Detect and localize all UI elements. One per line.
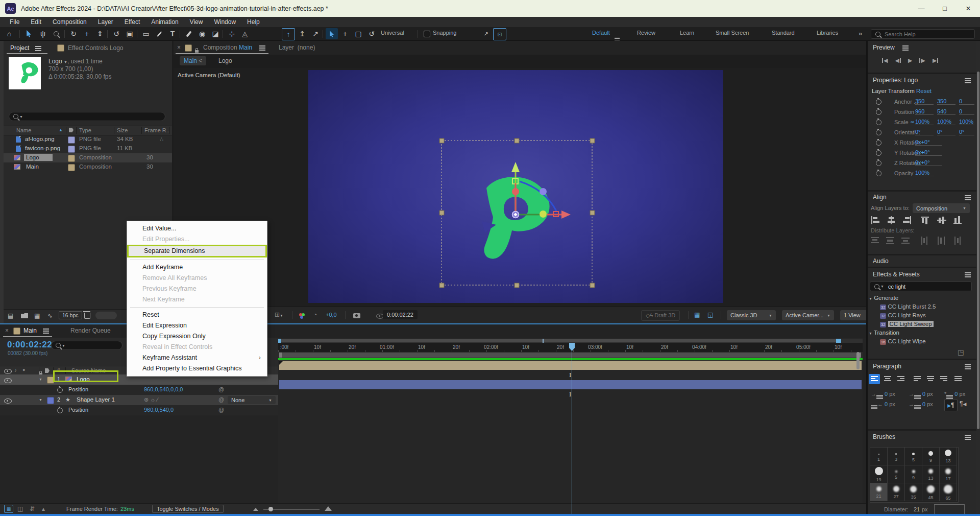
brush-preset[interactable]: 9 xyxy=(922,448,940,465)
align-text-center-button[interactable] xyxy=(882,374,893,384)
menu-animation[interactable]: Animation xyxy=(145,18,184,26)
gizmo-mode-label[interactable]: Universal xyxy=(381,30,404,36)
brush-tool-icon[interactable] xyxy=(183,28,195,39)
layer-label-swatch[interactable] xyxy=(47,397,54,404)
workspace-standard[interactable]: Standard xyxy=(772,30,795,36)
workspace-default[interactable]: Default xyxy=(592,30,610,36)
menu-item-keyframe-assistant[interactable]: Keyframe Assistant› xyxy=(127,353,267,363)
stopwatch-icon[interactable] xyxy=(876,171,881,176)
brush-preset[interactable]: 19 xyxy=(870,465,888,483)
distribute-center-vertical-icon[interactable] xyxy=(886,237,896,245)
hand-tool-icon[interactable]: ψ xyxy=(37,28,49,39)
comp-viewer[interactable]: Active Camera (Default) xyxy=(174,68,866,307)
align-text-left-button[interactable] xyxy=(869,374,880,384)
maximize-button[interactable]: □ xyxy=(933,0,957,17)
pick-whip-icon[interactable]: @ xyxy=(218,396,224,403)
align-right-icon[interactable] xyxy=(901,216,912,224)
table-row[interactable]: Main Composition 30 xyxy=(4,162,172,172)
preview-title[interactable]: Preview xyxy=(873,44,895,51)
pen-tool-icon[interactable] xyxy=(153,28,165,39)
comp-tab-close-icon[interactable]: × xyxy=(177,44,181,51)
gizmo-scale-icon[interactable]: ▢ xyxy=(352,28,364,39)
layer-expand-icon[interactable]: ▼ xyxy=(39,378,42,381)
effects-group-generate[interactable]: ▼ Generate xyxy=(869,295,898,301)
menu-item-edit-expression[interactable]: Edit Expression xyxy=(127,320,267,331)
gizmo-rotation-icon[interactable]: ↺ xyxy=(365,28,378,39)
exposure-value[interactable]: +0,0 xyxy=(326,312,337,318)
view-axis-mode-icon[interactable]: ↗ xyxy=(309,28,322,39)
comp-panel-menu-icon[interactable] xyxy=(259,45,265,46)
work-area-start-handle[interactable] xyxy=(279,353,282,358)
stopwatch-icon[interactable] xyxy=(57,408,63,413)
menu-edit[interactable]: Edit xyxy=(25,18,47,26)
label-swatch[interactable] xyxy=(68,164,75,171)
property-value[interactable]: 0x+0° xyxy=(915,149,942,156)
workspace-overflow-icon[interactable]: » xyxy=(859,30,862,37)
rectangle-tool-icon[interactable]: ▭ xyxy=(140,28,152,39)
menu-item-reset[interactable]: Reset xyxy=(127,310,267,320)
layer-name[interactable]: Shape Layer 1 xyxy=(77,396,115,403)
label-swatch[interactable] xyxy=(68,146,75,153)
clone-stamp-tool-icon[interactable]: ◉ xyxy=(196,28,208,39)
ground-plane-icon[interactable]: ▦ xyxy=(694,311,700,318)
local-axis-mode-icon[interactable]: ↑ xyxy=(282,28,295,40)
property-value[interactable]: 100% xyxy=(915,170,934,176)
snap-options-icon[interactable]: ↗ xyxy=(480,28,492,39)
property-value[interactable]: 0° xyxy=(937,129,955,135)
menu-item-add-property-essential-graphics[interactable]: Add Property to Essential Graphics xyxy=(127,363,267,374)
indent-left-field[interactable]: → 0 px xyxy=(871,391,895,397)
previous-frame-button[interactable]: ◀ xyxy=(895,57,900,64)
camera-tool-icon[interactable]: ▣ xyxy=(124,28,136,39)
tab-composition[interactable]: Composition Main xyxy=(203,44,252,51)
property-value[interactable]: 350 xyxy=(915,98,934,105)
align-to-dropdown[interactable]: Composition▼ xyxy=(913,203,970,213)
property-value[interactable]: 0x+0° xyxy=(915,159,942,166)
effect-item[interactable]: 16 CC Light Wipe xyxy=(880,338,926,344)
layer-switch-icons[interactable]: ⊛ ☼ ∕ xyxy=(144,396,158,403)
property-row-position-logo[interactable]: Position 960,0,540,0,0,0 @ xyxy=(0,385,278,395)
align-text-right-button[interactable] xyxy=(895,374,906,384)
paragraph-menu-icon[interactable] xyxy=(965,364,971,365)
navigator-start-handle[interactable] xyxy=(278,339,281,343)
preview-menu-icon[interactable] xyxy=(902,45,909,46)
toggle-switches-modes-button[interactable]: Toggle Switches / Modes xyxy=(152,505,224,513)
menu-layer[interactable]: Layer xyxy=(92,18,119,26)
property-track-logo-position[interactable]: I xyxy=(278,370,863,380)
brush-diameter-value[interactable]: 21 xyxy=(914,506,920,512)
new-folder-icon[interactable] xyxy=(21,313,28,318)
camera-view-dropdown[interactable]: Active Camer...▼ xyxy=(782,310,834,320)
puppet-pin-tool-icon[interactable]: ⊹ xyxy=(226,28,238,39)
last-frame-button[interactable]: ▶ xyxy=(933,57,938,64)
timeline-navigator[interactable] xyxy=(278,339,863,343)
justify-last-center-button[interactable] xyxy=(925,374,936,384)
distribute-top-icon[interactable] xyxy=(871,237,881,245)
dolly-camera-tool-icon[interactable]: ⇕ xyxy=(94,28,106,39)
draft-mode-icon[interactable]: ◫ xyxy=(17,505,23,512)
menu-item-edit-value[interactable]: Edit Value... xyxy=(127,223,267,234)
column-frame-rate[interactable]: Frame R.. xyxy=(144,127,169,133)
label-column-icon[interactable] xyxy=(45,368,50,373)
indent-right-field[interactable]: ← 0 px xyxy=(871,401,895,407)
transform-reset-button[interactable]: Reset xyxy=(916,88,932,94)
position-property-label[interactable]: Position xyxy=(68,386,88,392)
motion-tracker-tool-icon[interactable]: ◬ xyxy=(239,28,251,39)
column-size[interactable]: Size xyxy=(117,127,128,133)
workspace-learn[interactable]: Learn xyxy=(680,30,694,36)
label-swatch[interactable] xyxy=(68,155,75,162)
extended-viewer-icon[interactable]: ◱ xyxy=(707,311,713,318)
audio-title[interactable]: Audio xyxy=(873,257,889,265)
property-value[interactable]: 960 xyxy=(915,108,934,115)
justify-last-left-button[interactable] xyxy=(912,374,923,384)
zoom-in-mountain-icon[interactable] xyxy=(325,506,332,511)
zoom-tool-icon[interactable] xyxy=(50,28,62,39)
navigator-end-handle[interactable] xyxy=(836,339,841,343)
layer-row-shape[interactable]: ▼ 2 ★ Shape Layer 1 ⊛ ☼ ∕ @ None▼ xyxy=(0,395,278,405)
space-before-field[interactable]: → 0 px xyxy=(909,391,933,397)
property-value[interactable]: 0 xyxy=(959,108,974,115)
tab-timeline-main[interactable]: Main xyxy=(23,327,37,334)
effect-item-selected[interactable]: 32 CC Light Sweep xyxy=(880,321,934,327)
brush-preset[interactable]: 65 xyxy=(940,483,957,501)
reset-exposure-icon[interactable]: ◔ xyxy=(313,311,317,318)
new-panel-corner-icon[interactable]: ◳ xyxy=(958,348,964,356)
brush-preset[interactable]: 27 xyxy=(888,483,905,501)
